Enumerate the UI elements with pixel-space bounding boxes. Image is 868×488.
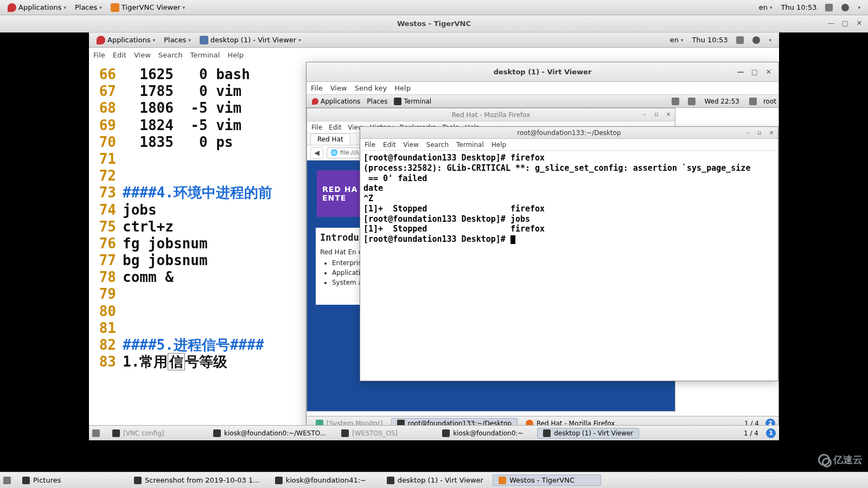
editor-menu-file[interactable]: File	[93, 51, 105, 59]
firefox-menu-edit[interactable]: Edit	[329, 124, 341, 131]
app-icon	[543, 429, 551, 437]
terminal-icon	[394, 98, 401, 105]
terminal-output[interactable]: [root@foundation133 Desktop]# firefox(pr…	[360, 151, 778, 381]
terminal-line: [root@foundation133 Desktop]# jobs	[363, 214, 775, 224]
editor-menu-terminal[interactable]: Terminal	[190, 51, 220, 59]
back-button[interactable]: ◀	[310, 147, 323, 159]
terminal-menu-bar: FileEditViewSearchTerminalHelp	[360, 139, 778, 151]
virt-titlebar[interactable]: desktop (1) - Virt Viewer — ▢ ✕	[307, 62, 778, 82]
guest-taskbar-button[interactable]: desktop (1) - Virt Viewer	[537, 428, 639, 439]
host-expand-icon[interactable]: ▾	[853, 5, 865, 10]
app-icon	[112, 429, 120, 437]
terminal-menu-terminal[interactable]: Terminal	[456, 141, 484, 149]
close-button[interactable]: ✕	[763, 66, 774, 77]
guest-clock[interactable]: Thu 10:53	[687, 36, 732, 44]
host-taskbar-button[interactable]: desktop (1) - Virt Viewer	[381, 474, 489, 486]
host-active-app-menu[interactable]: TigerVNC Viewer ▾	[106, 0, 189, 15]
host-top-panel: Applications ▾ Places ▾ TigerVNC Viewer …	[0, 0, 868, 15]
inner-places-menu[interactable]: Places	[363, 95, 391, 107]
terminal-menu-view[interactable]: View	[403, 141, 418, 149]
workspace-indicator[interactable]: 1 / 4	[744, 429, 758, 437]
guest-taskbar-button[interactable]: kiosk@foundation0:~	[436, 428, 534, 439]
guest-lang-indicator[interactable]: en ▾	[666, 36, 688, 44]
firefox-menu-file[interactable]: File	[311, 124, 322, 131]
host-taskbar-button[interactable]: kiosk@foundation41:~	[269, 474, 378, 486]
host-taskbar-button[interactable]: Pictures	[16, 474, 125, 486]
notification-badge[interactable]: 1	[766, 428, 776, 438]
user-icon	[749, 98, 757, 105]
host-taskbar-button[interactable]: Screenshot from 2019-10-03 1...	[128, 474, 266, 486]
host-lang-indicator[interactable]: en ▾	[755, 3, 777, 11]
vnc-viewer-window: Westos - TigerVNC — ▢ ✕ Applications ▾ P…	[0, 15, 868, 488]
terminal-menu-file[interactable]: File	[365, 141, 375, 149]
guest-taskbar-button[interactable]: kiosk@foundation0:~/WESTO...	[207, 428, 332, 439]
guest-applications-menu[interactable]: Applications ▾	[92, 33, 159, 47]
terminal-line: == 0' failed	[363, 174, 775, 184]
mail-icon[interactable]	[92, 429, 100, 437]
speaker-icon[interactable]	[672, 98, 679, 105]
vnc-titlebar[interactable]: Westos - TigerVNC — ▢ ✕	[0, 15, 868, 33]
inner-top-panel: Applications Places Terminal Wed 22:53 r…	[307, 95, 778, 108]
guest-power-icon[interactable]	[748, 36, 764, 44]
maximize-button[interactable]: ▫	[755, 128, 764, 137]
host-volume-icon[interactable]	[821, 4, 837, 11]
close-button[interactable]: ×	[664, 110, 673, 118]
gnome-foot-icon	[97, 36, 105, 44]
app-icon	[22, 477, 30, 484]
vnc-title-text: Westos - TigerVNC	[397, 20, 471, 28]
power-icon	[841, 4, 849, 11]
speaker-icon	[736, 36, 744, 44]
inner-applications-menu[interactable]: Applications	[309, 95, 363, 107]
inner-active-app-menu[interactable]: Terminal	[391, 95, 435, 107]
minimize-button[interactable]: –	[743, 128, 752, 137]
app-icon	[341, 429, 349, 437]
maximize-button[interactable]: ▢	[749, 66, 760, 77]
minimize-button[interactable]: –	[640, 110, 649, 118]
host-power-icon[interactable]	[837, 4, 853, 11]
virt-menu-help[interactable]: Help	[394, 84, 411, 92]
virt-menu-send-key[interactable]: Send key	[355, 84, 387, 92]
virt-menu-file[interactable]: File	[311, 84, 323, 92]
close-button[interactable]: ✕	[854, 17, 865, 28]
host-places-menu[interactable]: Places ▾	[71, 0, 106, 15]
guest-taskbar-button[interactable]: [WESTOS_OS]	[335, 428, 433, 439]
files-icon[interactable]	[3, 477, 11, 484]
terminal-line: date	[363, 183, 775, 194]
tigervnc-icon	[111, 3, 119, 12]
guest-expand-icon[interactable]: ▾	[764, 37, 776, 43]
gnome-foot-icon	[8, 3, 16, 12]
guest-taskbar-button[interactable]: [VNC config]	[106, 428, 204, 439]
virt-menu-view[interactable]: View	[330, 84, 347, 92]
terminal-menu-edit[interactable]: Edit	[383, 141, 395, 149]
editor-menu-view[interactable]: View	[134, 51, 151, 59]
firefox-tab[interactable]: Red Hat	[310, 133, 350, 145]
guest-desktop: Applications ▾ Places ▾ desktop (1) - Vi…	[89, 33, 779, 440]
watermark: 亿速云	[818, 453, 863, 466]
app-icon	[442, 429, 450, 437]
inner-user-label[interactable]: root	[763, 98, 776, 105]
editor-menu-edit[interactable]: Edit	[113, 51, 126, 59]
editor-menu-search[interactable]: Search	[158, 51, 183, 59]
battery-icon[interactable]	[688, 98, 695, 105]
host-clock[interactable]: Thu 10:53	[776, 3, 821, 11]
gnome-foot-icon	[312, 98, 318, 105]
maximize-button[interactable]: ▫	[652, 110, 661, 118]
maximize-button[interactable]: ▢	[840, 17, 851, 28]
inner-clock[interactable]: Wed 22:53	[704, 98, 739, 105]
guest-bottom-taskbar: [VNC config]kiosk@foundation0:~/WESTO...…	[89, 425, 779, 440]
terminal-titlebar[interactable]: root@foundation133:~/Desktop – ▫ ×	[360, 127, 778, 139]
guest-top-panel: Applications ▾ Places ▾ desktop (1) - Vi…	[89, 33, 779, 48]
minimize-button[interactable]: —	[826, 17, 837, 28]
guest-places-menu[interactable]: Places ▾	[159, 33, 195, 47]
app-icon	[275, 477, 283, 484]
editor-menu-help[interactable]: Help	[227, 51, 244, 59]
host-taskbar-button[interactable]: Westos - TigerVNC	[493, 474, 601, 486]
close-button[interactable]: ×	[767, 128, 776, 137]
terminal-menu-help[interactable]: Help	[492, 141, 506, 149]
terminal-menu-search[interactable]: Search	[426, 141, 449, 149]
firefox-titlebar[interactable]: Red Hat - Mozilla Firefox – ▫ ×	[307, 108, 675, 121]
guest-volume-icon[interactable]	[732, 36, 748, 44]
host-applications-menu[interactable]: Applications ▾	[3, 0, 71, 15]
minimize-button[interactable]: —	[735, 66, 746, 77]
guest-active-app-menu[interactable]: desktop (1) - Virt Viewer ▾	[195, 33, 305, 47]
